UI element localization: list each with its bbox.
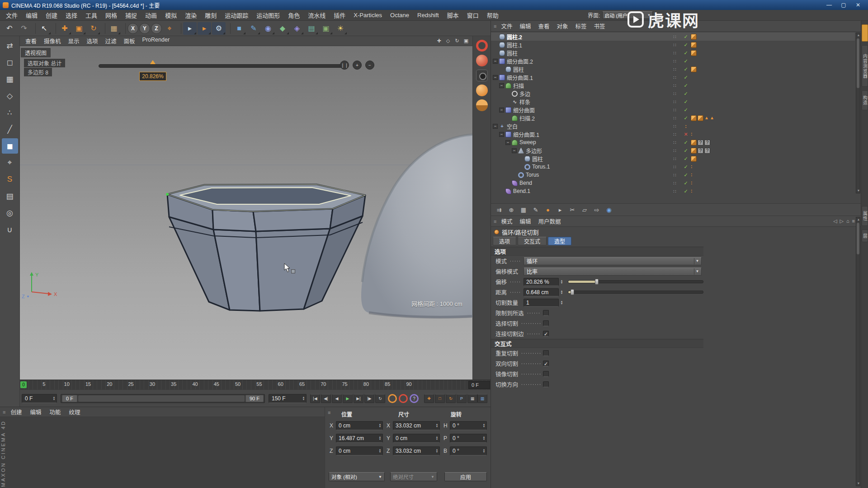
object-name[interactable]: 圆柱.1: [507, 41, 522, 49]
coord-field[interactable]: 0 cm▲▼: [336, 421, 383, 430]
spinner[interactable]: ▲▼: [434, 449, 439, 453]
object-name[interactable]: 空白: [507, 122, 518, 130]
object-name[interactable]: 圆柱: [532, 155, 543, 163]
menu-item[interactable]: 创建: [42, 11, 61, 19]
menu-item[interactable]: 雕刻: [201, 11, 221, 19]
xpresso-icon[interactable]: ◉: [604, 205, 614, 215]
tag-phong-icon[interactable]: [691, 50, 697, 56]
tag-warning-icon[interactable]: ▲: [710, 115, 714, 121]
enable-state-icon[interactable]: ✓: [683, 172, 689, 178]
enable-state-icon[interactable]: ✓: [683, 42, 689, 48]
menu-item[interactable]: 捕捉: [121, 11, 141, 19]
record-objects-button[interactable]: [388, 394, 397, 403]
target-icon[interactable]: [476, 40, 488, 52]
minimize-button[interactable]: —: [822, 2, 836, 8]
tag-question-icon[interactable]: ?: [704, 148, 710, 154]
tag-warning-icon[interactable]: ▲: [704, 115, 709, 121]
visibility-dots-icon[interactable]: [673, 189, 676, 194]
panel-menu-icon[interactable]: ≡: [3, 409, 5, 415]
panel-menu-icon[interactable]: ≡: [494, 219, 496, 224]
menu-item[interactable]: Redshift: [413, 12, 443, 19]
object-row[interactable]: 圆柱 ✓: [491, 49, 855, 57]
view-label[interactable]: 透视视图: [21, 48, 51, 57]
sphere-object[interactable]: [361, 135, 472, 318]
spinner[interactable]: ▲▼: [559, 288, 564, 296]
close-button[interactable]: ✕: [851, 2, 865, 8]
spinner[interactable]: ▲▼: [434, 423, 439, 428]
tag-phong-icon[interactable]: [691, 156, 697, 162]
menu-item[interactable]: 运动跟踪: [221, 11, 252, 19]
tag-keys-icon[interactable]: :: [691, 131, 692, 137]
loop-button[interactable]: ↻: [375, 394, 385, 403]
menu-item[interactable]: 插件: [330, 11, 349, 19]
viewport-menu-item[interactable]: 查看: [22, 37, 40, 45]
snap-mode-button[interactable]: S: [2, 172, 18, 187]
checkbox[interactable]: [543, 350, 549, 356]
kf-point-button[interactable]: ▦: [467, 394, 477, 403]
enable-state-icon[interactable]: ✓: [683, 34, 689, 40]
visibility-dots-icon[interactable]: [673, 173, 676, 178]
scale-button[interactable]: ▣: [72, 22, 86, 35]
coord-field[interactable]: 33.032 cm▲▼: [393, 446, 440, 455]
enable-state-icon[interactable]: ✓: [683, 91, 689, 97]
expander-icon[interactable]: −: [493, 75, 498, 80]
spinner[interactable]: ▲▼: [559, 278, 564, 286]
visibility-dots-icon[interactable]: [673, 132, 676, 137]
enable-state-icon[interactable]: ✓: [683, 75, 689, 80]
kf-position-button[interactable]: ✚: [424, 394, 434, 403]
environment-button[interactable]: ▤: [305, 22, 318, 35]
menu-item[interactable]: 网格: [101, 11, 121, 19]
expander-icon[interactable]: −: [493, 124, 498, 129]
material-menu-item[interactable]: 纹理: [65, 408, 84, 416]
spinner[interactable]: ▲▼: [559, 299, 564, 307]
number-field[interactable]: 20.826 %: [524, 278, 559, 286]
enable-state-icon[interactable]: ✓: [683, 66, 689, 72]
generator-button[interactable]: ◆: [276, 22, 289, 35]
render-icon[interactable]: ▸: [555, 205, 566, 215]
orange-sphere-icon[interactable]: [476, 84, 488, 96]
attribute-scrollbar[interactable]: ▲ ▼: [856, 217, 860, 486]
checkbox[interactable]: [543, 381, 549, 387]
enable-state-icon[interactable]: ✕: [683, 131, 689, 137]
checkbox[interactable]: [543, 320, 549, 326]
material-menu-item[interactable]: 功能: [45, 408, 65, 416]
object-name[interactable]: 细分曲面: [513, 106, 535, 114]
object-menu-item[interactable]: 查看: [534, 22, 553, 30]
tag-phong-icon[interactable]: [698, 115, 703, 121]
render-view-button[interactable]: ▸: [183, 22, 197, 35]
coord-field[interactable]: 33.032 cm▲▼: [393, 421, 440, 430]
minus-button[interactable]: −: [365, 61, 374, 70]
coord-system-button[interactable]: ⌖: [163, 22, 176, 35]
scene[interactable]: [20, 46, 472, 380]
object-name[interactable]: 圆柱: [507, 49, 518, 57]
subdivision-surface-button[interactable]: ◉: [261, 22, 275, 35]
object-name[interactable]: Torus: [526, 172, 539, 178]
spinner[interactable]: ▲▼: [52, 396, 57, 401]
tag-phong-icon[interactable]: [691, 66, 697, 72]
expander-icon[interactable]: −: [499, 83, 504, 88]
redo-button[interactable]: ↷: [17, 22, 31, 35]
expander-icon[interactable]: −: [512, 148, 517, 153]
enable-state-icon[interactable]: ✓: [683, 140, 689, 145]
spline-pen-button[interactable]: ✎: [247, 22, 260, 35]
viewport-menu-item[interactable]: 选项: [83, 37, 102, 45]
enable-state-icon[interactable]: ✓: [683, 50, 689, 56]
object-name[interactable]: 多边: [519, 90, 530, 98]
object-row[interactable]: − Sweep ✓ ??: [491, 138, 855, 146]
menu-item[interactable]: 模拟: [161, 11, 181, 19]
frame-range-slider[interactable]: 0 F 90 F: [61, 394, 265, 403]
enable-state-icon[interactable]: ✓: [683, 83, 689, 89]
tool-slider-handle[interactable]: [150, 60, 156, 64]
tag-question-icon[interactable]: ?: [698, 148, 703, 154]
grid-icon[interactable]: ▦: [518, 205, 529, 215]
menu-item[interactable]: 渲染: [181, 11, 201, 19]
spinner[interactable]: ▲▼: [301, 396, 306, 401]
rotate-button[interactable]: ↻: [87, 22, 100, 35]
expander-icon[interactable]: −: [493, 59, 498, 64]
object-row[interactable]: 圆柱.1 ✓: [491, 41, 855, 49]
render-settings-button[interactable]: ⚙: [212, 22, 226, 35]
tag-keys-icon[interactable]: :: [691, 180, 692, 186]
menu-item[interactable]: 编辑: [22, 11, 42, 19]
object-name[interactable]: 圆柱.2: [507, 33, 522, 41]
goto-start-button[interactable]: |◀: [310, 394, 320, 403]
